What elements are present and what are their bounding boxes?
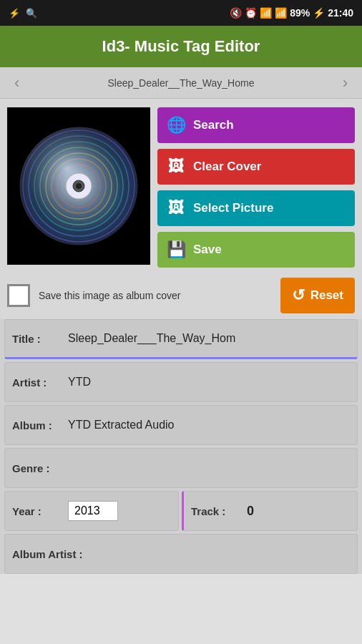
app-title-bar: Id3- Music Tag Editor [0,26,362,67]
search-icon: 🔍 [26,8,37,19]
clear-cover-icon: 🖼 [166,157,186,176]
save-label: Save [193,243,222,257]
title-field-row: Title : [4,319,358,359]
album-label: Album : [12,419,62,431]
action-buttons: 🌐 Search 🖼 Clear Cover 🖼 Select Picture … [157,107,355,268]
time-display: 21:40 [328,7,353,19]
select-picture-label: Select Picture [193,201,273,215]
search-button[interactable]: 🌐 Search [157,107,355,143]
album-artist-field-row: Album Artist : [4,534,358,574]
status-bar: ⚡ 🔍 🔇 ⏰ 📶 📶 89% ⚡ 21:40 [0,0,362,26]
year-box: Year : [4,491,179,531]
wifi-icon: 📶 [260,7,272,19]
artist-label: Artist : [12,376,62,389]
artist-input[interactable] [68,376,350,389]
search-label: Search [193,118,234,132]
album-artist-input[interactable] [89,547,350,560]
prev-button[interactable]: ‹ [7,71,26,95]
usb-icon: ⚡ [9,8,20,19]
save-as-cover-label: Save this image as album cover [39,290,272,301]
reset-button[interactable]: ↺ Reset [280,278,355,313]
fields-area: Title : Artist : Album : Genre : Year : … [0,319,362,574]
genre-field-row: Genre : [4,448,358,488]
save-icon: 💾 [166,240,186,259]
genre-input[interactable] [68,462,350,474]
nav-bar: ‹ Sleep_Dealer__The_Way_Home › [0,67,362,99]
save-button[interactable]: 💾 Save [157,232,355,268]
cover-row: 🌐 Search 🖼 Clear Cover 🖼 Select Picture … [0,99,362,273]
select-picture-icon: 🖼 [166,199,186,218]
select-picture-button[interactable]: 🖼 Select Picture [157,190,355,226]
reset-label: Reset [310,288,343,303]
save-as-cover-checkbox[interactable] [7,284,30,307]
year-input[interactable] [68,501,118,521]
reset-icon: ↺ [292,286,305,305]
title-label: Title : [12,333,62,345]
disc-svg [18,125,140,247]
album-input[interactable] [68,419,350,431]
clear-cover-label: Clear Cover [193,160,261,174]
track-value: 0 [247,504,254,519]
search-globe-icon: 🌐 [166,116,186,135]
year-track-row: Year : Track : 0 [4,491,358,531]
alarm-icon: ⏰ [245,7,257,19]
album-art [7,107,150,265]
mute-icon: 🔇 [230,7,242,19]
album-field-row: Album : [4,405,358,445]
track-label: Track : [191,505,241,517]
signal-icon: 📶 [275,7,287,19]
charging-icon: ⚡ [313,7,325,19]
artist-field-row: Artist : [4,362,358,402]
track-box: Track : 0 [182,491,358,531]
next-button[interactable]: › [336,71,355,95]
title-input[interactable] [68,332,350,345]
year-label: Year : [12,505,62,517]
app-title: Id3- Music Tag Editor [102,37,260,56]
genre-label: Genre : [12,462,62,474]
battery-text: 89% [290,7,310,19]
album-artist-label: Album Artist : [12,548,83,560]
clear-cover-button[interactable]: 🖼 Clear Cover [157,149,355,185]
save-cover-row: Save this image as album cover ↺ Reset [0,273,362,319]
svg-point-11 [76,183,82,189]
nav-filename: Sleep_Dealer__The_Way_Home [26,77,335,89]
